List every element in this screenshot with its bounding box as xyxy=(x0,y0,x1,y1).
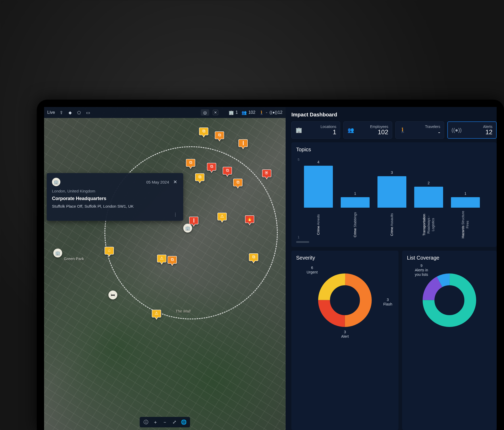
map-marker-cone[interactable]: ⚠ xyxy=(217,212,227,223)
bar-crime-stabbings[interactable]: 1 Crime Stabbings xyxy=(341,197,370,239)
buildings-icon: 🏢 xyxy=(229,110,234,115)
traveler-icon: 🚶 xyxy=(399,127,406,133)
travelers-filter[interactable]: 🚶- xyxy=(259,110,267,115)
map-marker-link[interactable]: ⧉ xyxy=(207,162,216,173)
svg-text:⧉: ⧉ xyxy=(202,129,205,133)
svg-text:⚠: ⚠ xyxy=(220,214,224,218)
svg-text:⧉: ⧉ xyxy=(237,180,239,184)
stat-card-alerts[interactable]: ((●)) Alerts 12 xyxy=(447,121,497,139)
map-toolbar: Live ⇪ ◆ ⬠ ▭ ◎ ✕ 🏢1 👥102 🚶- ((●))12 xyxy=(44,107,286,118)
broadcast-icon: ((●)) xyxy=(271,110,276,115)
svg-text:🔥: 🔥 xyxy=(247,216,252,221)
minus-icon: － xyxy=(162,419,167,425)
buildings-icon: 🏢 xyxy=(295,127,302,133)
map-marker-fire[interactable]: 🔥 xyxy=(245,214,254,225)
map-marker-link[interactable]: ⧉ xyxy=(167,255,177,266)
severity-donut-chart[interactable]: 6Urgent 3Flash 3Alert xyxy=(296,264,394,337)
bar-label: Transportation Roadways - Logistics xyxy=(422,210,435,239)
severity-title: Severity xyxy=(296,255,394,261)
chart-scroll-indicator[interactable] xyxy=(296,241,309,243)
live-label: Live xyxy=(47,110,55,115)
target-mode-button[interactable]: ◎ xyxy=(201,109,209,116)
topics-panel: Topics 51 4 Crime Arrests1 Crime Stabbin… xyxy=(291,142,497,247)
alerts-filter[interactable]: ((●))12 xyxy=(271,110,282,115)
export-button[interactable]: ⇪ xyxy=(59,110,64,115)
bar-value: 2 xyxy=(428,181,430,185)
popup-date: 05 May 2024 xyxy=(146,180,169,184)
poi-marker-hotel[interactable]: 🛏 xyxy=(108,291,117,299)
buildings-filter[interactable]: 🏢1 xyxy=(229,110,238,115)
map-panel[interactable]: Live ⇪ ◆ ⬠ ▭ ◎ ✕ 🏢1 👥102 🚶- ((●))12 Gree… xyxy=(44,107,286,430)
polygon-icon: ⬠ xyxy=(76,110,82,115)
svg-text:⧉: ⧉ xyxy=(189,160,192,165)
clear-target-button[interactable]: ✕ xyxy=(213,110,218,115)
map-marker-link[interactable]: ⧉ xyxy=(215,131,224,142)
coverage-title: List Coverage xyxy=(407,255,492,261)
stat-card-employees[interactable]: 👥 Employees 102 xyxy=(343,121,392,139)
stat-card-locations[interactable]: 🏢 Locations 1 xyxy=(291,121,340,139)
traveler-icon: 🚶 xyxy=(259,110,264,115)
popup-close-button[interactable]: ✕ xyxy=(172,179,178,185)
bar-hazards-structurefires[interactable]: 1 Hazards Structure Fires xyxy=(451,197,480,239)
geofence-circle[interactable] xyxy=(104,146,278,319)
map-marker-warn[interactable]: ❙ xyxy=(238,138,248,149)
bar-value: 1 xyxy=(354,191,356,196)
info-icon: ⓘ xyxy=(144,419,148,425)
close-icon: ✕ xyxy=(214,110,217,115)
svg-text:⧉: ⧉ xyxy=(218,133,221,137)
poi-marker-building[interactable]: 🏢 xyxy=(183,224,192,233)
popup-address: Stuffolk Place Off, Suffolk Pl, London S… xyxy=(52,204,178,208)
expand-icon: ⤢ xyxy=(172,419,176,425)
present-button[interactable]: ▭ xyxy=(85,110,91,115)
stat-value: 12 xyxy=(461,129,492,136)
map-marker-shield[interactable]: ⛨ xyxy=(262,169,271,180)
laptop-frame: Live ⇪ ◆ ⬠ ▭ ◎ ✕ 🏢1 👥102 🚶- ((●))12 Gree… xyxy=(37,100,504,430)
fullscreen-button[interactable]: ⤢ xyxy=(171,418,178,426)
bar-value: 3 xyxy=(391,170,393,175)
map-marker-home[interactable]: ⌂ xyxy=(104,246,114,257)
zoom-in-button[interactable]: ＋ xyxy=(152,418,159,426)
map-marker-link[interactable]: ⧉ xyxy=(199,127,208,138)
svg-text:⧉: ⧉ xyxy=(252,255,255,259)
map-controls: ⓘ ＋ － ⤢ 🌐 xyxy=(140,417,190,427)
severity-panel: Severity 6Urgent 3Flash 3Alert xyxy=(291,251,398,430)
bar-label: Crime Assaults xyxy=(390,210,394,239)
stat-label: Locations xyxy=(305,125,336,129)
map-place-label: The Mall xyxy=(175,309,191,313)
globe-button[interactable]: 🌐 xyxy=(180,418,187,426)
map-marker-link[interactable]: ⧉ xyxy=(186,158,195,169)
polygon-button[interactable]: ⬠ xyxy=(76,110,82,115)
map-marker-link[interactable]: ⧉ xyxy=(195,173,204,184)
svg-text:⚠: ⚠ xyxy=(160,256,164,260)
donut-svg xyxy=(422,273,477,328)
bar-value: 4 xyxy=(317,160,319,164)
map-marker-cone[interactable]: ⚠ xyxy=(157,254,166,265)
y-axis: 51 xyxy=(298,158,300,239)
layers-button[interactable]: ◆ xyxy=(67,110,73,115)
stat-card-travelers[interactable]: 🚶 Travelers - xyxy=(395,121,444,139)
map-marker-link[interactable]: ⧉ xyxy=(233,178,243,189)
svg-text:❙: ❙ xyxy=(242,141,245,145)
layers-icon: ◆ xyxy=(67,110,73,115)
map-marker-link[interactable]: ⧉ xyxy=(223,166,232,177)
bar-crime-assaults[interactable]: 3 Crime Assaults xyxy=(377,176,406,239)
people-filter[interactable]: 👥102 xyxy=(242,110,255,115)
bar-transportation-roadways-logistics[interactable]: 2 Transportation Roadways - Logistics xyxy=(414,187,443,239)
stat-value: - xyxy=(409,129,440,136)
topics-bar-chart[interactable]: 51 4 Crime Arrests1 Crime Stabbings3 Cri… xyxy=(296,155,492,239)
bar-crime-arrests[interactable]: 4 Crime Arrests xyxy=(304,166,333,239)
coverage-panel: List Coverage 9 Alerts in you lists xyxy=(402,251,497,430)
map-marker-link[interactable]: ⧉ xyxy=(249,252,258,264)
zoom-out-button[interactable]: － xyxy=(161,418,169,426)
info-button[interactable]: ⓘ xyxy=(142,418,150,426)
popup-title: Corporate Headquarters xyxy=(52,196,178,201)
popup-more-button[interactable]: ⋮ xyxy=(52,212,178,217)
dashboard-panel: Impact Dashboard 🏢 Locations 1👥 Employee… xyxy=(286,107,497,430)
topics-title: Topics xyxy=(296,147,492,153)
coverage-donut-chart[interactable]: 9 Alerts in you lists xyxy=(407,264,492,337)
close-icon: ✕ xyxy=(173,179,177,185)
poi-marker-building[interactable]: 🏢 xyxy=(53,249,62,257)
svg-text:⚠: ⚠ xyxy=(155,311,158,315)
map-marker-cone[interactable]: ⚠ xyxy=(152,309,161,320)
stat-label: Travelers xyxy=(409,125,440,129)
